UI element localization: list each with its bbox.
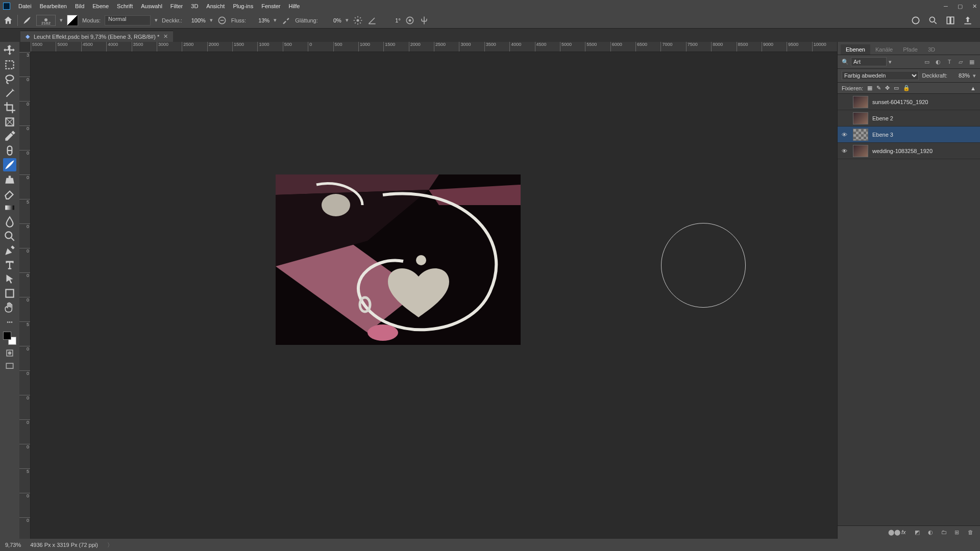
- brush-panel-toggle-icon[interactable]: [67, 15, 78, 26]
- shape-tool-icon[interactable]: [3, 287, 16, 300]
- menu-auswahl[interactable]: Auswahl: [137, 0, 166, 12]
- menu-ansicht[interactable]: Ansicht: [202, 0, 229, 12]
- crop-tool-icon[interactable]: [3, 101, 16, 114]
- menu-bild[interactable]: Bild: [71, 0, 88, 12]
- layer-fx-icon[interactable]: fx: [901, 529, 909, 536]
- lock-position-icon[interactable]: ✥: [885, 85, 890, 91]
- document-tab[interactable]: ◆ Leucht Effekt.psdc bei 9,73% (Ebene 3,…: [20, 31, 173, 42]
- tab-close-icon[interactable]: ✕: [163, 33, 168, 40]
- layer-row[interactable]: Ebene 2: [838, 110, 980, 127]
- move-tool-icon[interactable]: [3, 44, 16, 57]
- tab-kanaele[interactable]: Kanäle: [870, 44, 898, 55]
- window-close-icon[interactable]: ✕: [971, 3, 978, 10]
- edit-toolbar-icon[interactable]: •••: [3, 315, 16, 329]
- layer-thumbnail[interactable]: [853, 96, 868, 108]
- home-icon[interactable]: [3, 15, 13, 26]
- opacity-pressure-icon[interactable]: [217, 15, 227, 26]
- layer-thumbnail[interactable]: [853, 129, 868, 141]
- brush-tool-icon[interactable]: [22, 15, 32, 26]
- horizontal-ruler[interactable]: 5500500045004000350030002500200015001000…: [31, 42, 837, 52]
- filter-type-icon[interactable]: T: [945, 58, 953, 66]
- type-tool-icon[interactable]: [3, 258, 16, 271]
- layer-row[interactable]: 👁wedding-1083258_1920: [838, 143, 980, 159]
- menu-fenster[interactable]: Fenster: [257, 0, 284, 12]
- frame-tool-icon[interactable]: [3, 115, 16, 129]
- layer-row[interactable]: sunset-6041750_1920: [838, 94, 980, 110]
- window-minimize-icon[interactable]: ─: [942, 3, 949, 10]
- canvas[interactable]: [31, 52, 837, 539]
- tab-ebenen[interactable]: Ebenen: [841, 44, 870, 55]
- layer-visibility-icon[interactable]: [840, 114, 849, 123]
- marquee-tool-icon[interactable]: [3, 58, 16, 71]
- filter-shape-icon[interactable]: ▱: [957, 58, 965, 66]
- menu-schrift[interactable]: Schrift: [113, 0, 137, 12]
- layer-row[interactable]: 👁Ebene 3: [838, 127, 980, 143]
- window-maximize-icon[interactable]: ▢: [957, 3, 964, 10]
- cloud-docs-icon[interactable]: [911, 15, 921, 26]
- hand-tool-icon[interactable]: [3, 301, 16, 314]
- tab-pfade[interactable]: Pfade: [898, 44, 923, 55]
- layer-thumbnail[interactable]: [853, 145, 868, 157]
- filter-smart-icon[interactable]: ▦: [968, 58, 976, 66]
- layer-filter[interactable]: 🔍 ▾: [842, 57, 920, 66]
- flow-value[interactable]: 13%: [250, 17, 270, 23]
- brush-tool-icon[interactable]: [3, 158, 16, 171]
- delete-layer-icon[interactable]: 🗑: [968, 529, 975, 536]
- size-pressure-icon[interactable]: [405, 15, 415, 26]
- healing-brush-tool-icon[interactable]: [3, 144, 16, 157]
- filter-adjust-icon[interactable]: ◐: [934, 58, 942, 66]
- layer-name[interactable]: wedding-1083258_1920: [872, 148, 933, 154]
- group-icon[interactable]: 🗀: [941, 529, 948, 536]
- dodge-tool-icon[interactable]: [3, 230, 16, 243]
- smoothing-value[interactable]: 0%: [322, 17, 341, 23]
- lock-pixels-icon[interactable]: ▦: [867, 85, 872, 91]
- doc-info[interactable]: 4936 Px x 3319 Px (72 ppi): [30, 542, 98, 548]
- tab-3d[interactable]: 3D: [923, 44, 940, 55]
- eyedropper-tool-icon[interactable]: [3, 130, 16, 143]
- layer-visibility-icon[interactable]: [840, 97, 849, 107]
- layer-visibility-icon[interactable]: 👁: [840, 146, 849, 156]
- path-select-tool-icon[interactable]: [3, 272, 16, 286]
- pen-tool-icon[interactable]: [3, 244, 16, 257]
- brush-angle-value[interactable]: 1°: [381, 17, 401, 23]
- blend-mode-select[interactable]: Normal: [105, 15, 151, 26]
- share-icon[interactable]: [963, 15, 973, 26]
- eraser-tool-icon[interactable]: [3, 187, 16, 200]
- menu-hilfe[interactable]: Hilfe: [284, 0, 304, 12]
- workspace-icon[interactable]: [945, 15, 955, 26]
- new-layer-icon[interactable]: ⊞: [954, 529, 962, 536]
- search-icon[interactable]: [928, 15, 938, 26]
- lock-artboard-icon[interactable]: ▭: [894, 85, 899, 91]
- magic-wand-tool-icon[interactable]: [3, 87, 16, 100]
- gradient-tool-icon[interactable]: [3, 201, 16, 214]
- blur-tool-icon[interactable]: [3, 215, 16, 229]
- filter-image-icon[interactable]: ▭: [923, 58, 931, 66]
- brush-preset-picker[interactable]: 2162: [36, 15, 56, 26]
- layer-name[interactable]: Ebene 2: [872, 115, 893, 121]
- layer-mask-icon[interactable]: ◩: [915, 529, 922, 536]
- opacity-value[interactable]: 100%: [186, 17, 206, 23]
- menu-datei[interactable]: Datei: [14, 0, 36, 12]
- layer-name[interactable]: sunset-6041750_1920: [872, 99, 928, 105]
- menu-filter[interactable]: Filter: [166, 0, 187, 12]
- quickmask-icon[interactable]: [5, 348, 15, 358]
- layer-blend-mode-select[interactable]: Farbig abwedeln: [842, 71, 919, 80]
- menu-ebene[interactable]: Ebene: [88, 0, 113, 12]
- menu-plugins[interactable]: Plug-ins: [229, 0, 257, 12]
- layer-name[interactable]: Ebene 3: [872, 132, 893, 138]
- zoom-level[interactable]: 9,73%: [5, 542, 21, 548]
- color-swatches[interactable]: [3, 332, 16, 345]
- menu-3d[interactable]: 3D: [187, 0, 202, 12]
- doc-info-chevron-icon[interactable]: 〉: [107, 541, 113, 549]
- menu-bearbeiten[interactable]: Bearbeiten: [36, 0, 71, 12]
- lock-paint-icon[interactable]: ✎: [876, 85, 881, 91]
- lasso-tool-icon[interactable]: [3, 72, 16, 86]
- layer-filter-select[interactable]: [851, 57, 887, 66]
- symmetry-icon[interactable]: [419, 15, 429, 26]
- adjustment-layer-icon[interactable]: ◐: [928, 529, 935, 536]
- link-layers-icon[interactable]: ⬤⬤: [888, 529, 895, 536]
- clone-stamp-tool-icon[interactable]: [3, 172, 16, 186]
- screenmode-icon[interactable]: [5, 361, 15, 371]
- lock-all-icon[interactable]: 🔒: [903, 85, 910, 91]
- vertical-ruler[interactable]: 30000050000500000500000500: [19, 52, 31, 539]
